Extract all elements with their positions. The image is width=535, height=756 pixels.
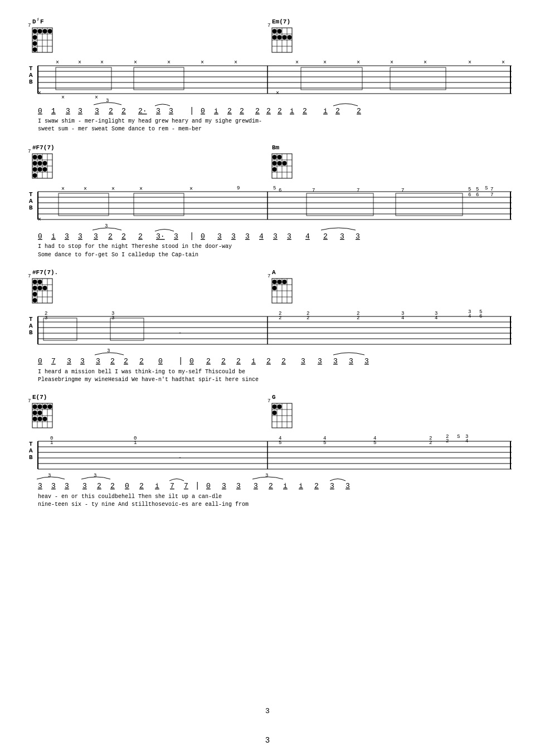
svg-point-285 (33, 411, 37, 415)
svg-text:×: × (424, 60, 427, 66)
svg-text:2: 2 (108, 232, 113, 241)
svg-text:T: T (29, 441, 33, 447)
svg-text:|: | (189, 106, 194, 115)
svg-text:3: 3 (222, 482, 226, 490)
lyrics-system-1: I swaw shim - mer-inglight my head grew … (38, 118, 262, 132)
svg-point-300 (278, 404, 282, 409)
svg-point-102 (33, 155, 37, 159)
svg-text:nine-teen six - ty   nine     : nine-teen six - ty nine And stillthosevo… (38, 501, 249, 508)
svg-text:4: 4 (435, 315, 437, 321)
svg-text:×: × (357, 60, 360, 66)
svg-text:2: 2 (429, 440, 432, 446)
notation-system-1: 0 1 3 3 3 2 2 2· 3 3 3 | 0 i 2 2 2 2 (38, 98, 361, 115)
svg-text:2: 2 (335, 107, 340, 115)
svg-text:Pleasebringme    my    wineHes: Pleasebringme my wineHesaid We have-n't … (38, 377, 259, 383)
svg-text:3: 3 (346, 482, 350, 490)
svg-text:2·: 2· (138, 107, 147, 115)
notation-system-4: 3 3 3 3 2 2 0 2 i 7 7 3 3 | 0 3 3 3 2 i … (37, 473, 350, 490)
svg-text:#F7(7): #F7(7) (32, 144, 55, 151)
svg-text:×: × (134, 60, 137, 66)
svg-text:7: 7 (490, 187, 493, 192)
svg-point-287 (33, 417, 37, 421)
svg-text:B: B (29, 454, 33, 461)
score-svg: D ♯ F 7 Em(7) 7 (22, 11, 513, 724)
svg-text:0: 0 (201, 107, 205, 115)
chord-f7-sharp-3: #F7(7). 7 (28, 269, 58, 303)
svg-point-104 (33, 161, 37, 165)
svg-text:2: 2 (323, 232, 328, 241)
svg-point-119 (273, 155, 277, 159)
svg-text:I    heard a mission    bell  : I heard a mission bell I was think-ing t… (38, 369, 245, 375)
svg-text:1: 1 (50, 440, 53, 446)
svg-point-281 (33, 404, 37, 409)
svg-rect-64 (134, 67, 184, 90)
svg-text:4: 4 (468, 314, 471, 319)
svg-text:3: 3 (95, 107, 99, 115)
svg-point-108 (38, 167, 42, 172)
svg-text:3: 3 (65, 482, 69, 490)
svg-text:3: 3 (51, 482, 56, 490)
svg-text:0: 0 (201, 232, 205, 241)
svg-point-14 (48, 29, 52, 33)
svg-text:3: 3 (217, 232, 222, 241)
svg-text:3: 3 (330, 482, 334, 490)
staff-system-3: T A B 2 3 3 3 - 2 2 2 2 2 2 (29, 309, 512, 344)
lyrics-system-3: I heard a mission bell I was think-ing t… (38, 369, 259, 383)
svg-text:0: 0 (189, 357, 194, 365)
svg-text:2: 2 (266, 107, 271, 115)
svg-point-15 (33, 35, 37, 40)
svg-text:T: T (29, 316, 33, 323)
svg-text:F: F (40, 18, 44, 25)
svg-text:3: 3 (94, 232, 98, 241)
svg-text:5: 5 (468, 187, 471, 192)
chord-e7: E(7) 7 (28, 394, 52, 428)
page-number-display: 3 (265, 736, 270, 745)
svg-point-107 (33, 167, 37, 172)
svg-text:Em(7): Em(7) (272, 18, 290, 25)
svg-text:×: × (38, 217, 41, 223)
chord-em7: Em(7) 7 (268, 18, 292, 52)
svg-text:×: × (295, 60, 299, 66)
svg-point-12 (38, 29, 42, 33)
svg-text:3: 3 (340, 232, 344, 241)
svg-point-30 (278, 35, 282, 40)
svg-text:×: × (95, 95, 98, 101)
svg-point-13 (43, 29, 47, 33)
svg-text:3: 3 (65, 232, 69, 241)
svg-text:7: 7 (490, 192, 493, 198)
svg-point-27 (273, 29, 277, 33)
svg-point-28 (278, 29, 282, 33)
svg-text:4: 4 (401, 315, 404, 321)
svg-text:i: i (290, 107, 294, 115)
svg-text:Some    dance to        for-ge: Some dance to for-get So I calledup the … (38, 252, 198, 258)
svg-rect-65 (301, 67, 362, 90)
svg-point-282 (38, 404, 42, 409)
svg-text:2: 2 (307, 315, 309, 321)
svg-point-122 (278, 161, 282, 165)
svg-text:2: 2 (357, 107, 361, 115)
svg-point-299 (273, 404, 277, 409)
svg-point-110 (33, 173, 37, 178)
svg-point-213 (273, 286, 277, 290)
svg-text:3: 3 (48, 473, 51, 479)
svg-point-124 (273, 167, 277, 172)
svg-text:T: T (29, 191, 33, 198)
svg-rect-156 (59, 193, 109, 216)
svg-point-210 (273, 280, 277, 284)
svg-text:×: × (61, 186, 65, 192)
svg-text:6: 6 (479, 314, 482, 319)
svg-text:3: 3 (169, 107, 173, 115)
notation-system-3: 0 7 3 3 3 2 2 2 0 3 | 0 2 2 2 i 2 2 3 3 … (38, 348, 369, 365)
svg-text:3: 3 (364, 357, 369, 365)
svg-text:i: i (51, 232, 56, 241)
svg-text:5: 5 (373, 440, 376, 446)
svg-point-286 (38, 411, 42, 415)
svg-text:0: 0 (158, 357, 163, 365)
svg-text:2: 2 (269, 482, 273, 490)
svg-text:A: A (29, 447, 33, 454)
svg-text:heav - en  or   this  couldbeh: heav - en or this couldbehell Then she i… (38, 494, 222, 500)
chord-bm: Bm (272, 144, 292, 178)
svg-text:3: 3 (356, 232, 360, 241)
svg-text:3: 3 (156, 107, 160, 115)
svg-text:3: 3 (245, 232, 250, 241)
